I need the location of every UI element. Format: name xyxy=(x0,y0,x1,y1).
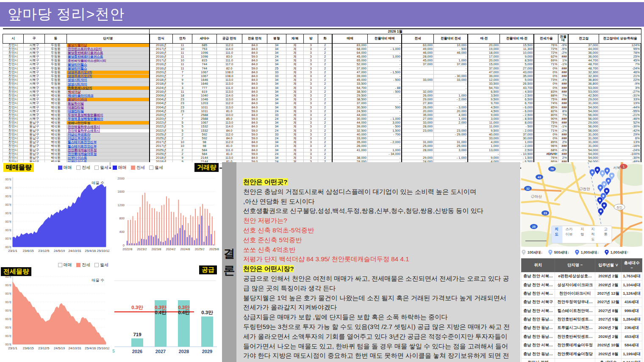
complex-name-link[interactable]: 신부디이스트 xyxy=(67,156,149,160)
checked-checkbox-icon[interactable] xyxy=(58,166,62,170)
legend-item-전세[interactable]: 전세 xyxy=(131,165,145,171)
complex-name-link[interactable]: 힐스테이트천안신부 xyxy=(67,144,149,148)
complex-name-link[interactable]: 천안린스트라우스1단지 xyxy=(67,47,149,51)
complex-name-link[interactable]: 동일하이빌 xyxy=(67,102,149,105)
cell: 천안시 xyxy=(3,144,24,148)
cell: 동남구 xyxy=(24,144,44,148)
legend-label: 전세 xyxy=(82,262,90,268)
cell: - 2,000 xyxy=(500,144,534,148)
map-tab-스카이뷰[interactable]: 스카이뷰 xyxy=(562,226,577,243)
complex-name-link[interactable]: 한화포레나2단지 xyxy=(67,86,149,90)
legend-item-월세[interactable]: 월세 xyxy=(94,262,108,268)
complex-name-link[interactable]: 천안역필하우스에듀시 xyxy=(67,125,149,129)
complex-name-link[interactable]: 백석더샵 xyxy=(67,90,149,94)
complex-name-link[interactable]: 천안롯데캐슬더두정 xyxy=(67,152,149,156)
complex-name-link[interactable]: 호반써밋플레이스센터시티 xyxy=(67,59,149,63)
complex-name-link[interactable]: 불당호반베르디움퍼스트 xyxy=(67,51,149,55)
cell: 2024년 xyxy=(150,86,173,90)
cell: 3 xyxy=(304,82,318,86)
complex-name-link[interactable]: 더샵신부센트라 xyxy=(67,137,149,141)
cell: ### xyxy=(558,121,568,125)
unchecked-checkbox-icon[interactable] xyxy=(94,263,99,267)
cell: 73% xyxy=(534,78,558,82)
cell: 24 xyxy=(267,137,286,141)
column-header: 세대수 xyxy=(192,34,217,43)
complex-name-link[interactable]: 백석마을아이파크 xyxy=(67,94,149,97)
cell: 서북구 xyxy=(24,105,44,109)
complex-name-link[interactable]: 두정역효성해링턴플레이 xyxy=(67,113,149,117)
supply-table-cell: 천안호반써밋센트… xyxy=(555,332,595,341)
cell: 서북구 xyxy=(24,75,44,78)
legend-item-전세[interactable]: 전세 xyxy=(76,165,90,171)
cell: 76% xyxy=(534,156,558,160)
supply-table-header[interactable]: 단지명 − xyxy=(555,259,595,272)
conclusion-paragraph: 선호 신축 8억초-5억중반 xyxy=(243,226,514,235)
supply-table-header[interactable]: 입주년월 ∨ xyxy=(595,259,622,272)
supply-table-cell: 416세대 xyxy=(622,298,642,307)
cell: 9,000 xyxy=(468,156,500,160)
cell: 3,000 xyxy=(368,121,402,125)
cell: 계 xyxy=(286,121,304,125)
cell: 3 xyxy=(304,141,318,144)
complex-name-link[interactable]: 불당리더힐스 xyxy=(67,66,149,70)
complex-name-link[interactable]: 성성푸르지오3차 xyxy=(67,75,149,78)
cell: 서북구 xyxy=(24,109,44,113)
supply-table-cell: 1,126세대 xyxy=(622,289,642,298)
cell: 89% xyxy=(534,141,558,144)
complex-name-link[interactable]: 불당리더힐스 xyxy=(67,63,149,66)
transactions-legend: 매매전세월세 xyxy=(113,165,163,171)
map[interactable]: 70433223251서북구◎천안◎아산천안 지도스카이뷰지형지적도교통 xyxy=(521,162,642,247)
complex-name-link[interactable]: 천안역필하우스에듀시 xyxy=(67,129,149,133)
table-row: 천안시서북구백석동불당아이파크2004년231046113.084.034계32… xyxy=(3,98,641,102)
supply-table-cell: 성성자이레이크파크 xyxy=(555,281,595,289)
svg-text:25: 25 xyxy=(532,225,536,228)
complex-name-link[interactable]: 불당아이파크 xyxy=(67,98,149,102)
cell: 10 xyxy=(172,144,192,148)
complex-name-link[interactable]: 대원칸타빌 xyxy=(67,109,149,113)
legend-item-매매[interactable]: 매매 xyxy=(58,262,72,268)
unchecked-checkbox-icon[interactable] xyxy=(76,166,80,170)
map-tab-지형[interactable]: 지형 xyxy=(577,226,588,243)
map-tab-교통[interactable]: 교통 xyxy=(601,226,612,243)
unchecked-checkbox-icon[interactable] xyxy=(149,166,153,170)
svg-text:70: 70 xyxy=(550,168,554,171)
complex-name-link[interactable]: 성성푸르지오3차 xyxy=(67,70,149,74)
cell: 24 xyxy=(267,129,286,133)
cell: - 2,500 xyxy=(500,94,534,97)
unchecked-checkbox-icon[interactable] xyxy=(94,166,99,170)
svg-text:2025/8: 2025/8 xyxy=(209,247,219,251)
cell: 천안시 xyxy=(3,75,24,78)
checked-checkbox-icon[interactable] xyxy=(113,166,117,170)
legend-item-매매[interactable]: 매매 xyxy=(58,165,72,171)
cell: 서북구 xyxy=(24,117,44,121)
column-header: 전월대 xyxy=(558,34,568,43)
legend-item-매매[interactable]: 매매 xyxy=(113,165,127,171)
checked-checkbox-icon[interactable] xyxy=(131,166,135,170)
complex-name-link[interactable]: 불당호반베르디움퍼스트 xyxy=(67,55,149,59)
complex-name-link[interactable]: 더샵신부센트라 xyxy=(67,133,149,136)
checked-checkbox-icon[interactable] xyxy=(76,263,80,267)
cell: 서북구 xyxy=(24,102,44,105)
cell: 천안시 xyxy=(3,63,24,66)
cell: 백석동 xyxy=(44,109,67,113)
complex-name-link[interactable]: 천안롯데캐슬더두정 xyxy=(67,148,149,152)
complex-name-link[interactable]: 두정역효성해링턴플레이 xyxy=(67,117,149,121)
cell: 동남구 xyxy=(24,152,44,156)
complex-name-link[interactable]: 성성시티자이 xyxy=(67,78,149,82)
supply-table-header[interactable]: 위치 xyxy=(522,259,555,272)
map-tab-지도[interactable]: 지도 xyxy=(552,226,563,243)
complex-name-link[interactable]: 힐스테이트천안신부 xyxy=(67,141,149,144)
complex-name-link[interactable]: 불당지웰더샵 xyxy=(67,43,149,47)
legend-item-월세[interactable]: 월세 xyxy=(149,165,163,171)
legend-item-전세[interactable]: 전세 xyxy=(76,262,90,268)
complex-name-link[interactable]: 포레나천안두정 xyxy=(67,121,149,125)
cell: 34 xyxy=(267,148,286,152)
complex-name-link[interactable]: 대원칸타빌 xyxy=(67,105,149,109)
map-tab-지적도[interactable]: 지적도 xyxy=(588,226,601,243)
cell: 40,000 xyxy=(468,133,500,136)
supply-table-header[interactable]: 총세대수 − xyxy=(622,259,642,272)
legend-item-월세[interactable]: 월세 xyxy=(94,165,108,171)
cell: 서북구 xyxy=(24,59,44,63)
unchecked-checkbox-icon[interactable] xyxy=(58,263,62,267)
complex-name-link[interactable]: 성성시티자이 xyxy=(67,82,149,86)
